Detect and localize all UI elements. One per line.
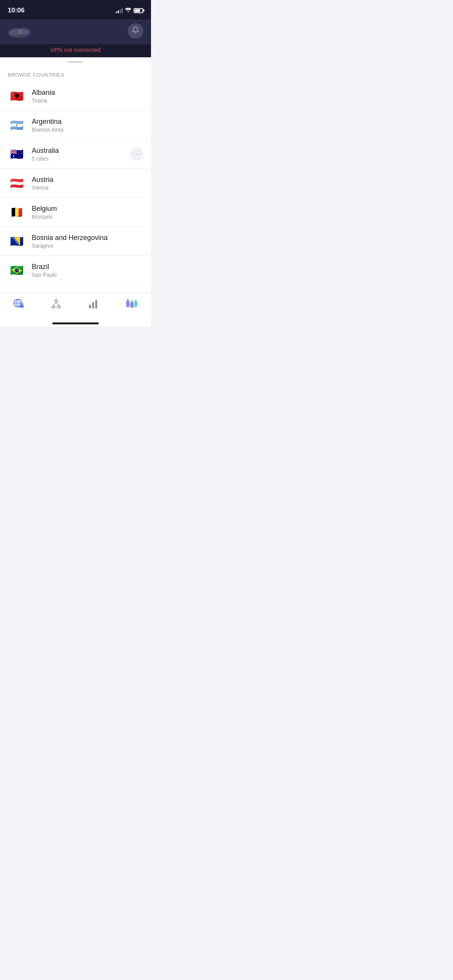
svg-rect-13 [95,300,97,308]
country-city-austria: Vienna [32,185,143,191]
notification-button[interactable] [128,23,143,39]
svg-point-18 [131,300,133,302]
flag-albania: 🇦🇱 [8,87,26,105]
top-header [0,19,151,44]
wifi-icon [125,7,131,14]
svg-line-8 [53,302,56,306]
country-name-bosnia: Bosnia and Herzegovina [32,234,143,242]
country-city-brazil: Sao Paulo [32,272,143,278]
svg-rect-12 [92,302,94,308]
drag-handle [68,61,83,63]
country-info-austria: Austria Vienna [32,176,143,191]
flag-austria: 🇦🇹 [8,174,26,192]
country-info-argentina: Argentina Buenos Aires [32,118,143,133]
home-bar [52,322,99,324]
status-bar: 10:06 [0,0,151,19]
country-item-austria[interactable]: 🇦🇹 Austria Vienna [0,169,151,198]
svg-rect-14 [126,300,130,307]
country-item-brazil[interactable]: 🇧🇷 Brazil Sao Paulo [0,256,151,285]
mesh-icon [51,298,62,311]
vpn-keys-icon [125,298,138,311]
svg-rect-4 [20,305,24,308]
country-name-brazil: Brazil [32,263,143,271]
svg-line-9 [56,302,59,306]
country-info-brazil: Brazil Sao Paulo [32,263,143,278]
home-indicator [0,320,151,327]
country-name-argentina: Argentina [32,118,143,126]
sheet-handle [0,57,151,65]
country-item-bulgaria[interactable]: 🇧🇬 Bulgaria Sofia [0,285,151,293]
country-city-belgium: Brussels [32,214,143,220]
cloud-decoration [8,22,35,39]
country-info-albania: Albania Tirana [32,89,143,104]
country-item-australia[interactable]: 🇦🇺 Australia 5 cities ··· [0,140,151,169]
country-name-belgium: Belgium [32,205,143,213]
signal-bars-icon [116,8,123,13]
country-city-australia: 5 cities [32,156,130,162]
country-name-austria: Austria [32,176,143,184]
flag-argentina: 🇦🇷 [8,116,26,134]
country-city-albania: Tirana [32,98,143,104]
svg-rect-16 [134,300,137,307]
flag-bosnia: 🇧🇦 [8,232,26,250]
app-container: 10:06 [0,0,151,327]
vpn-status-banner: VPN not connected [0,44,151,57]
status-time: 10:06 [8,7,24,14]
country-item-argentina[interactable]: 🇦🇷 Argentina Buenos Aires [0,111,151,140]
bell-icon [132,26,139,36]
flag-australia: 🇦🇺 [8,145,26,163]
tab-vpn[interactable] [9,297,29,312]
country-item-albania[interactable]: 🇦🇱 Albania Tirana [0,82,151,111]
status-icons [116,7,143,14]
country-item-belgium[interactable]: 🇧🇪 Belgium Brussels [0,198,151,227]
browse-countries-title: BROWSE COUNTRIES [0,65,151,82]
country-city-bosnia: Sarajevo [32,243,143,249]
country-name-albania: Albania [32,89,143,97]
tab-stats[interactable] [83,297,103,312]
ellipsis-icon-australia: ··· [134,151,140,158]
tab-mesh[interactable] [46,297,66,312]
country-city-argentina: Buenos Aires [32,127,143,133]
stats-icon [88,298,99,311]
flag-brazil: 🇧🇷 [8,261,26,279]
svg-point-2 [18,27,30,34]
svg-point-5 [55,300,57,302]
globe-lock-icon [13,298,24,311]
svg-rect-11 [89,305,91,308]
svg-point-6 [52,306,54,308]
tab-keys[interactable] [121,297,142,312]
svg-point-7 [58,306,60,308]
country-info-bosnia: Bosnia and Herzegovina Sarajevo [32,234,143,249]
tab-bar [0,293,151,320]
country-info-australia: Australia 5 cities [32,147,130,162]
battery-icon [134,8,143,13]
countries-list-container[interactable]: BROWSE COUNTRIES 🇦🇱 Albania Tirana 🇦🇷 Ar… [0,65,151,293]
country-name-australia: Australia [32,147,130,155]
country-item-bosnia[interactable]: 🇧🇦 Bosnia and Herzegovina Sarajevo [0,227,151,256]
vpn-status-text: VPN not connected [50,46,100,53]
more-button-australia[interactable]: ··· [130,147,143,161]
flag-belgium: 🇧🇪 [8,203,26,221]
country-info-belgium: Belgium Brussels [32,205,143,220]
svg-rect-15 [130,302,134,308]
svg-point-17 [127,299,129,301]
